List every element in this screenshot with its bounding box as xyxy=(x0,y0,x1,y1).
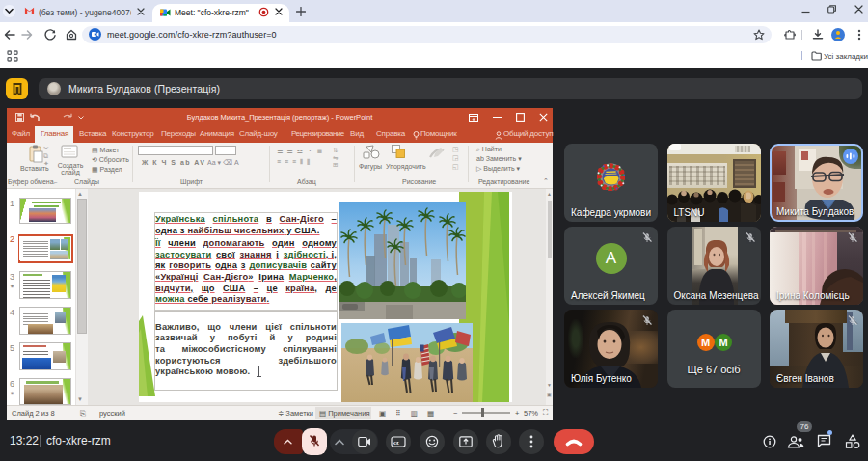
svg-text:cc: cc xyxy=(393,440,399,446)
